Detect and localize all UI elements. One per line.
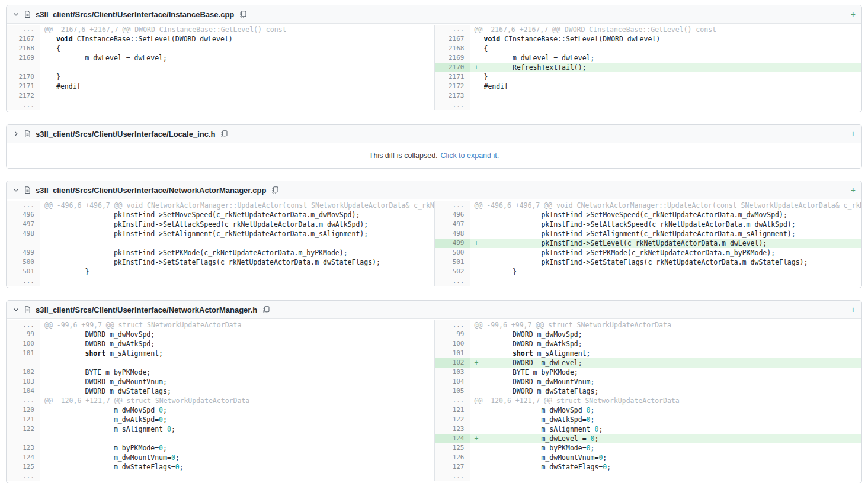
code-line: pkInstFind->SetAlignment(c_rkNetUpdateAc… [56, 229, 434, 239]
line-number: 99 [7, 330, 40, 339]
line-number: 121 [434, 405, 470, 415]
empty-code [470, 472, 862, 481]
copy-path-icon[interactable] [220, 130, 228, 138]
diff-row: ...... [7, 101, 861, 110]
number-token: 0 [594, 425, 598, 433]
line-number: 124 [434, 434, 470, 443]
plus-icon[interactable]: + [851, 10, 856, 18]
plus-icon[interactable]: + [851, 130, 856, 138]
line-number: 122 [434, 415, 470, 424]
line-number: 104 [434, 377, 470, 387]
line-number: 101 [434, 349, 470, 358]
chevron-down-icon[interactable] [12, 186, 20, 194]
code-line [56, 434, 434, 443]
diff-marker [40, 257, 56, 267]
gutter-ellipsis: ... [7, 276, 40, 286]
line-number: 498 [7, 229, 40, 239]
code-line [56, 91, 434, 101]
code-line: m_dwStateFlags=0; [484, 462, 862, 472]
code-line: } [484, 72, 862, 82]
diff-marker [40, 267, 56, 276]
code-line: DWORD m_dwStateFlags; [484, 387, 862, 396]
chevron-down-icon[interactable] [12, 306, 20, 313]
diff-marker [470, 443, 484, 453]
expand-diff-link[interactable]: Click to expand it. [441, 152, 499, 160]
line-number: 501 [7, 267, 40, 276]
file-diff: s3ll_client/Srcs/Client/UserInterface/Ne… [6, 181, 862, 288]
line-number [7, 434, 40, 443]
code-line: short m_sAlignment; [56, 349, 434, 358]
keyword-token: void [56, 35, 73, 43]
plus-icon[interactable]: + [851, 305, 856, 314]
line-number: 122 [7, 424, 40, 434]
file-path: s3ll_client/Srcs/Client/UserInterface/Ne… [36, 305, 257, 314]
chevron-right-icon[interactable] [12, 130, 20, 137]
gutter-ellipsis: ... [434, 276, 470, 286]
diff-marker [40, 229, 56, 239]
diff-row: 21722173 [7, 91, 861, 101]
hunk-ellipsis: ... [7, 25, 40, 34]
diff-row: ...... [7, 472, 861, 481]
number-token: 0 [587, 416, 591, 424]
file-path: s3ll_client/Srcs/Client/UserInterface/Ne… [36, 186, 266, 195]
code-line: RefreshTextTail(); [484, 63, 862, 72]
diff-row: 2170+ RefreshTextTail(); [7, 63, 861, 72]
line-number: 104 [7, 387, 40, 396]
copy-path-icon[interactable] [271, 186, 279, 194]
diff-marker [470, 349, 484, 358]
code-line: m_dwMovSpd=0; [484, 405, 862, 415]
code-line: DWORD m_dwLevel; [484, 358, 862, 368]
line-number: 2170 [7, 72, 40, 82]
gutter-ellipsis: ... [7, 472, 40, 481]
plus-icon[interactable]: + [851, 186, 856, 194]
diff-marker [40, 368, 56, 377]
line-number: 127 [434, 462, 470, 472]
chevron-down-icon[interactable] [12, 11, 20, 18]
collapsed-diff-notice: This diff is collapsed.Click to expand i… [7, 143, 861, 168]
empty-code [40, 101, 434, 110]
diff-row: 102 BYTE m_byPKMode;103 BYTE m_byPKMode; [7, 368, 861, 377]
split-diff-table: ...@@ -2167,6 +2167,7 @@ DWORD CInstance… [7, 24, 861, 112]
copy-path-icon[interactable] [262, 305, 270, 314]
file-diff: s3ll_client/Srcs/Client/UserInterface/In… [6, 5, 862, 112]
number-token: 0 [171, 453, 175, 462]
file-icon [24, 186, 31, 194]
code-line: m_dwLevel = dwLevel; [484, 53, 862, 63]
line-number: 101 [7, 349, 40, 358]
diff-row: 120 m_dwMovSpd=0;121 m_dwMovSpd=0; [7, 405, 861, 415]
code-line: BYTE m_byPKMode; [484, 368, 862, 377]
file-header: s3ll_client/Srcs/Client/UserInterface/Ne… [7, 181, 861, 199]
line-number: 2171 [434, 72, 470, 82]
diff-row: 123 m_byPKMode=0;125 m_byPKMode=0; [7, 443, 861, 453]
code-line [484, 91, 862, 101]
line-number: 126 [434, 453, 470, 462]
code-line: pkInstFind->SetStateFlags(c_rkNetUpdateA… [484, 257, 862, 267]
hunk-header: @@ -99,6 +99,7 @@ struct SNetworkUpdateA… [470, 320, 862, 330]
line-number: 102 [434, 358, 470, 368]
code-line: DWORD m_dwAtkSpd; [56, 339, 434, 349]
diff-row: 499 pkInstFind->SetPKMode(c_rkNetUpdateA… [7, 248, 861, 257]
diff-row: 104 DWORD m_dwStateFlags;105 DWORD m_dwS… [7, 387, 861, 396]
code-line: BYTE m_byPKMode; [56, 368, 434, 377]
diff-marker [40, 415, 56, 424]
diff-marker [40, 330, 56, 339]
code-line: DWORD m_dwMountVnum; [484, 377, 862, 387]
number-token: 0 [598, 453, 603, 462]
diff-marker [470, 424, 484, 434]
diff-marker [40, 53, 56, 63]
diff-row: ...@@ -2167,6 +2167,7 @@ DWORD CInstance… [7, 25, 861, 34]
diff-marker [470, 405, 484, 415]
diff-marker [40, 248, 56, 257]
line-number: 2168 [434, 44, 470, 53]
diff-row: ...... [7, 276, 861, 286]
diff-marker [40, 434, 56, 443]
line-number: 2169 [434, 53, 470, 63]
hunk-header: @@ -99,6 +99,7 @@ struct SNetworkUpdateA… [40, 320, 434, 330]
added-marker: + [470, 63, 484, 72]
hunk-header: @@ -2167,6 +2167,7 @@ DWORD CInstanceBas… [470, 25, 862, 34]
code-line: m_dwStateFlags=0; [56, 462, 434, 472]
diff-marker [470, 44, 484, 53]
diff-row: 496 pkInstFind->SetMoveSpeed(c_rkNetUpda… [7, 210, 861, 220]
copy-path-icon[interactable] [239, 10, 247, 18]
line-number: 2170 [434, 63, 470, 72]
